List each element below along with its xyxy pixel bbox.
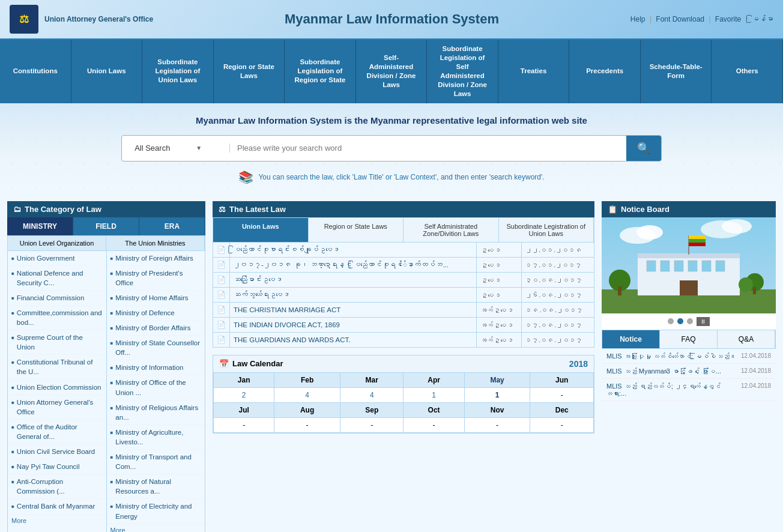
search-input[interactable] [230,138,626,159]
search-button[interactable]: 🔍 [626,136,661,161]
nav-item-treaties[interactable]: Treaties [498,40,570,103]
list-item[interactable]: Supreme Court of the Union [8,330,106,355]
cal-cell: - [274,417,340,432]
dropdown-arrow-icon: ▼ [176,145,223,151]
nav-item-sub-region[interactable]: Subordinate Legislation of Region or Sta… [285,40,356,103]
list-item[interactable]: Office of the Auditor General of... [8,420,106,444]
table-row[interactable]: 📄 THE INDIAN DIVORCE ACT, 1869 အက်ဥပဒေ ၁… [213,317,594,332]
list-item[interactable]: Ministry of Religious Affairs an... [107,401,205,425]
building-image [602,217,776,313]
list-item[interactable]: Ministry of Home Affairs [107,291,205,306]
list-item[interactable]: Ministry of Information [107,360,205,375]
calendar-header: 📅 Law Calendar 2018 [213,355,594,372]
list-item[interactable]: Ministry of Border Affairs [107,321,205,336]
slide-dot[interactable] [668,318,674,324]
cal-month-aug: Aug [274,402,340,417]
list-item[interactable]: Anti-Corruption Commission (... [8,474,106,499]
nav-item-others[interactable]: Others [712,40,783,103]
list-item[interactable]: National Defence and Security C... [8,266,106,291]
list-item[interactable]: Committee,commission and bod... [8,306,106,330]
cal-cell[interactable]: 1 [464,387,530,402]
cal-cell[interactable]: 1 [404,387,464,402]
list-item[interactable]: Ministry of State Counsellor Off... [107,336,205,360]
list-item[interactable]: MLIS သည် Myanmar3 ဖောင့်ဖြင့် ဖော်ပြ... … [602,364,776,379]
table-row[interactable]: 📄 ပြည်ထောင်စုစာရင်းစစ်ချုပ်ဥပဒေ ဥပဒေ ၂၂.… [213,242,594,257]
law-title-link[interactable]: ၂၀၁၇-၂၀၁၈ ခု၊ ဘဏ္ဍာရေးနှင့် ပြည်ထောင်စုရ… [234,261,449,268]
table-row[interactable]: 📄 ဆက်သွယ်ရေးဥပဒေ ဥပဒေ ၂၆.၀၈.၂၀၁၇ [213,287,594,302]
doc-icon: 📄 [217,261,226,269]
list-item[interactable]: Union Election Commission [8,380,106,395]
table-row[interactable]: 📄 THE GUARDIANS AND WARDS ACT. အက်ဥပဒေ ၁… [213,332,594,347]
category-tabs: MINISTRY FIELD ERA [7,217,205,235]
law-title-link[interactable]: THE INDIAN DIVORCE ACT, 1869 [234,321,340,328]
myanmar-lang-link[interactable]: မြန်မာ [752,15,773,23]
list-item[interactable]: Nay Pyi Taw Council [8,459,106,474]
tab-notice[interactable]: Notice [602,330,660,348]
more-union-link[interactable]: More [8,515,30,527]
list-item[interactable]: Ministry of President's Office [107,266,205,291]
list-item[interactable]: Ministry of Transport and Com... [107,450,205,474]
tab-ministry[interactable]: MINISTRY [7,217,73,235]
list-item[interactable]: Ministry of Foreign Affairs [107,251,205,266]
union-orgs-col: Union Government National Defence and Se… [8,251,107,532]
notice-text: MLIS သည် Myanmar3 ဖောင့်ဖြင့် ဖော်ပြ... [606,367,737,375]
help-link[interactable]: Help [630,15,645,23]
tab-field[interactable]: FIELD [73,217,139,235]
notice-date: 12.04.2018 [741,352,771,360]
cal-cell[interactable]: 2 [214,387,274,402]
pause-button[interactable]: ⏸ [697,317,710,326]
font-download-link[interactable]: Font Download [656,15,704,23]
cal-cell[interactable]: 4 [274,387,340,402]
tab-faq[interactable]: FAQ [660,330,718,348]
table-row[interactable]: 📄 THE CHRISTIAN MARRIAGE ACT အက်ဥပဒေ ၁၈.… [213,302,594,317]
more-ministries-link[interactable]: More [107,524,129,532]
slide-dot[interactable] [687,318,693,324]
table-row[interactable]: 📄 ဆည်မြောင်းဥပဒေ ဥပဒေ ၃၀.၀၈.၂၀၁၇ [213,272,594,287]
list-item[interactable]: Ministry of Defence [107,306,205,321]
law-title-link[interactable]: ဆက်သွယ်ရေးဥပဒေ [234,291,289,298]
law-title-link[interactable]: THE CHRISTIAN MARRIAGE ACT [234,306,340,313]
nav-item-self-admin[interactable]: Self-Administered Division / Zone Laws [356,40,428,103]
law-title-link[interactable]: ဆည်မြောင်းဥပဒေ [234,276,282,283]
slide-dot-active[interactable] [677,318,683,324]
list-item[interactable]: Union Civil Service Board [8,444,106,459]
notice-board-panel: 📋 Notice Board [602,201,776,532]
tab-union-laws[interactable]: Union Laws [213,218,309,242]
list-item[interactable]: Constitutional Tribunal of the U... [8,355,106,379]
cal-cell[interactable]: 4 [340,387,404,402]
list-item[interactable]: Union Attorney General's Office [8,395,106,420]
tab-era[interactable]: ERA [139,217,205,235]
law-title-link[interactable]: THE GUARDIANS AND WARDS ACT. [234,336,350,343]
tab-qa[interactable]: Q&A [718,330,775,348]
list-item[interactable]: Ministry of Natural Resources a... [107,474,205,499]
nav-item-constitutions[interactable]: Constitutions [0,40,71,103]
law-tabs: Union Laws Region or State Laws Self Adm… [213,217,594,242]
search-type-dropdown[interactable]: All Search ▼ [122,144,230,153]
list-item[interactable]: Union Government [8,251,106,266]
law-title-link[interactable]: ပြည်ထောင်စုစာရင်းစစ်ချုပ်ဥပဒေ [234,246,339,253]
hero-section: Myanmar Law Information System is the My… [0,103,783,194]
list-item[interactable]: Central Bank of Myanmar [8,499,106,514]
list-item[interactable]: Ministry of Agriculture, Livesto... [107,425,205,450]
list-item[interactable]: MLIS သည် ရည်လတ်ပိ; ၂၄ရက်နေ့တွင် တရား:...… [602,379,776,401]
tab-region-laws[interactable]: Region or State Laws [309,218,404,242]
latest-law-panel: ⚖ The Latest Law Union Laws Region or St… [213,201,594,532]
main-navigation: Constitutions Union Laws Subordinate Leg… [0,40,783,103]
nav-item-union-laws[interactable]: Union Laws [71,40,143,103]
category-icon: 🗂 [13,205,21,214]
nav-item-schedule[interactable]: Schedule-Table-Form [641,40,712,103]
nav-item-region-state[interactable]: Region or State Laws [214,40,285,103]
list-item[interactable]: Financial Commission [8,291,106,306]
svg-rect-9 [661,261,670,271]
nav-item-sub-self[interactable]: Subordinate Legislation of Self Administ… [427,40,498,103]
favorite-link[interactable]: Favorite [715,15,741,23]
list-item[interactable]: MLIS အသုံးပြုမှု လတ်စိတ်ကောင်; မြစ်ပါသည်… [602,349,776,364]
tab-self-admin-laws[interactable]: Self Administrated Zone/Divition Laws [404,218,499,242]
list-item[interactable]: Ministry of Office of the Union ... [107,375,205,400]
nav-item-precedents[interactable]: Precedents [569,40,641,103]
table-row[interactable]: 📄 ၂၀၁၇-၂၀၁၈ ခု၊ ဘဏ္ဍာရေးနှင့် ပြည်ထောင်စ… [213,257,594,272]
cal-cell: - [464,417,530,432]
nav-item-sub-union[interactable]: Subordinate Legislation of Union Laws [142,40,214,103]
tab-sub-union-laws[interactable]: Subordinate Legistration of Union Laws [499,218,594,242]
list-item[interactable]: Ministry of Electricity and Energy [107,499,205,524]
